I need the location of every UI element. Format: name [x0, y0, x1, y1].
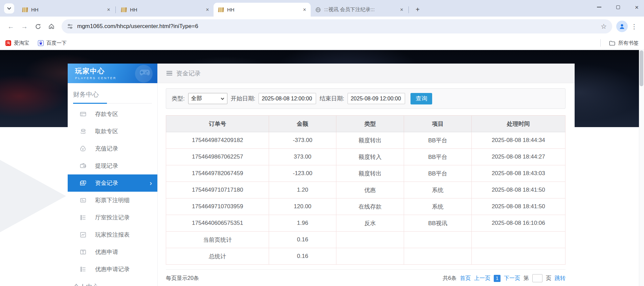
sidebar-header: 玩家中心 PLAYERS CENTER — [68, 64, 157, 83]
sidebar-item-lottery-bet-details[interactable]: 彩票下注明细 — [68, 192, 157, 209]
tab-video-records[interactable]: :::视讯 会员下注纪录::: × — [311, 3, 408, 17]
cell-time: 2025-08-08 18:44:27 — [471, 149, 565, 165]
reload-icon — [35, 23, 41, 30]
forward-button[interactable]: → — [18, 20, 30, 32]
type-select[interactable]: 全部 — [188, 93, 227, 104]
gamepad-icon — [139, 68, 151, 76]
cell-type: 反水 — [336, 215, 404, 232]
page-scrollbar[interactable] — [639, 50, 644, 286]
window-controls: × — [597, 0, 639, 14]
sidebar-item-fund-records[interactable]: 资金记录 › — [68, 174, 157, 192]
sidebar-item-withdraw-records[interactable]: 提现记录 — [68, 157, 157, 174]
sidebar-item-withdraw-zone[interactable]: 取款专区 — [68, 123, 157, 140]
end-date-input[interactable] — [348, 93, 405, 104]
table-row: 1754649782067459-123.00额度转出BB平台2025-08-0… — [166, 165, 565, 182]
sidebar-item-deposit-zone[interactable]: 存款专区 — [68, 105, 157, 123]
cell-label: 总统计 — [166, 248, 269, 265]
cell-time: 2025-08-08 18:41:50 — [471, 182, 565, 198]
tab-title: HH — [31, 7, 105, 13]
page-title: 资金记录 — [176, 69, 201, 77]
cell-amount: 373.00 — [269, 149, 336, 165]
sidebar-item-player-bet-report[interactable]: 玩家投注报表 — [68, 226, 157, 243]
address-bar[interactable]: mgm1065.com/hhcp/usercenter.html?iniType… — [62, 19, 612, 33]
cell-amount: 0.16 — [269, 232, 336, 248]
page-content: 玩家中心 PLAYERS CENTER 财务中心 存款专区 取款专区 充值记录 — [0, 50, 644, 286]
table-header-row: 订单号 金额 类型 项目 处理时间 — [166, 116, 565, 132]
bookmark-star-icon[interactable]: ☆ — [601, 22, 607, 30]
jump-label-before: 第 — [524, 275, 529, 282]
main-content: 类型: 全部 开始日期: 结束日期: 查询 订单 — [158, 83, 575, 286]
tab-close-icon[interactable]: × — [398, 6, 405, 13]
cell-amount: 120.00 — [269, 198, 336, 215]
window-close-button[interactable]: × — [635, 4, 639, 10]
cell-empty — [471, 248, 565, 265]
current-page-badge[interactable]: 1 — [494, 275, 501, 282]
cell-type: 在线存款 — [336, 198, 404, 215]
tab-close-icon[interactable]: × — [301, 6, 308, 13]
sidebar-item-recharge-records[interactable]: 充值记录 — [68, 140, 157, 157]
site-settings-icon[interactable] — [67, 23, 73, 29]
col-time: 处理时间 — [471, 116, 565, 132]
tab-hh-2[interactable]: HH × — [116, 3, 214, 17]
sidebar-item-promo-apply-records[interactable]: 优惠申请记录 — [68, 261, 157, 278]
jump-page-input[interactable] — [532, 274, 542, 282]
table-row: 1754649867062257373.00额度转入BB平台2025-08-08… — [166, 149, 565, 165]
sidebar-item-label: 玩家投注报表 — [95, 231, 130, 239]
taobao-icon: 淘 — [5, 40, 11, 46]
search-button[interactable]: 查询 — [410, 93, 432, 104]
profile-avatar[interactable] — [616, 21, 628, 32]
minimize-button[interactable] — [597, 7, 601, 7]
sidebar-item-label: 存款专区 — [95, 110, 118, 118]
tab-hh-1[interactable]: HH × — [18, 3, 115, 17]
bookmark-taobao[interactable]: 淘 爱淘宝 — [5, 40, 29, 46]
table-row: 1754649874209182-373.00额度转出BB平台2025-08-0… — [166, 132, 565, 149]
tab-close-icon[interactable]: × — [204, 6, 211, 13]
scrollbar-thumb[interactable] — [640, 50, 643, 86]
bookmark-baidu[interactable]: 百度一下 — [38, 40, 67, 46]
table-row: 1754649710703959120.00在线存款系统2025-08-08 1… — [166, 198, 565, 215]
sidebar-item-label: 彩票下注明细 — [95, 196, 130, 204]
jump-link[interactable]: 跳转 — [555, 275, 565, 282]
back-button[interactable]: ← — [5, 20, 17, 32]
url-text[interactable]: mgm1065.com/hhcp/usercenter.html?iniType… — [77, 23, 597, 30]
coins-hand-icon — [80, 128, 86, 135]
prev-page-link[interactable]: 上一页 — [474, 275, 490, 282]
cell-time: 2025-08-08 18:41:50 — [471, 198, 565, 215]
tab-search-button[interactable] — [4, 3, 14, 14]
chevron-down-icon — [7, 6, 11, 9]
cell-amount: -123.00 — [269, 165, 336, 182]
cell-amount: -373.00 — [269, 132, 336, 149]
baidu-icon — [38, 40, 44, 46]
maximize-button[interactable] — [616, 5, 620, 9]
cell-order-id: 1754649867062257 — [166, 149, 269, 165]
first-page-link[interactable]: 首页 — [460, 275, 471, 282]
sidebar-item-promo-apply[interactable]: 优惠申请 — [68, 243, 157, 261]
col-type: 类型 — [336, 116, 404, 132]
home-button[interactable] — [45, 20, 58, 32]
person-icon — [619, 23, 625, 30]
tab-hh-3-active[interactable]: HH × — [214, 3, 311, 17]
next-page-link[interactable]: 下一页 — [504, 275, 520, 282]
banknote-icon — [80, 180, 86, 187]
col-amount: 金额 — [269, 116, 336, 132]
hamburger-icon — [166, 71, 172, 75]
divider — [600, 39, 601, 47]
all-bookmarks[interactable]: 所有书签 — [600, 39, 639, 47]
new-tab-button[interactable]: + — [413, 5, 422, 14]
col-item: 项目 — [404, 116, 471, 132]
table-row-grand-total: 总统计0.16 — [166, 248, 565, 265]
all-bookmarks-label: 所有书签 — [618, 40, 639, 46]
start-date-input[interactable] — [259, 93, 316, 104]
jump-label-after: 页 — [546, 275, 551, 282]
main-header: 资金记录 — [158, 64, 575, 83]
reload-button[interactable] — [32, 20, 44, 32]
tab-close-icon[interactable]: × — [105, 6, 112, 13]
coupon-icon — [80, 249, 86, 256]
folder-icon — [609, 41, 615, 46]
cell-time: 2025-08-08 18:44:34 — [471, 132, 565, 149]
bookmark-label: 爱淘宝 — [14, 40, 29, 46]
browser-menu-button[interactable]: ⋮ — [629, 23, 639, 30]
sidebar-item-hall-bet-records[interactable]: 厅室投注记录 — [68, 209, 157, 226]
table-footer: 每页显示20条 共6条 首页 上一页 1 下一页 第 页 跳转 — [166, 269, 565, 282]
start-date-label: 开始日期: — [231, 95, 256, 102]
